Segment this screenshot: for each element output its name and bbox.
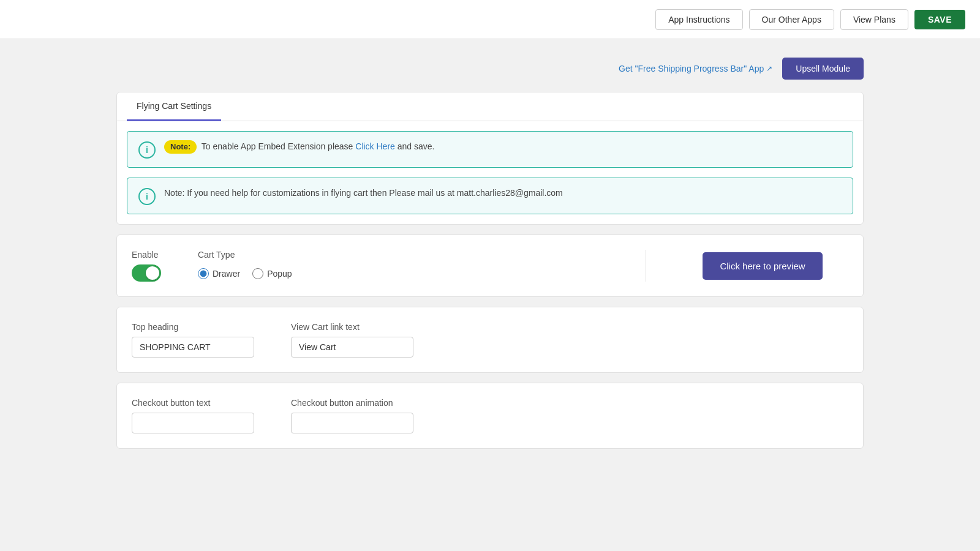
top-heading-field-group: Top heading: [132, 322, 254, 358]
enable-toggle-wrapper: [132, 264, 161, 282]
cart-type-radio-group: Drawer Popup: [198, 268, 292, 279]
top-action-row: Get "Free Shipping Progress Bar" App ↗ U…: [116, 58, 864, 80]
checkout-animation-field-group: Checkout button animation: [291, 398, 413, 433]
flying-cart-settings-card: Flying Cart Settings i Note: To enable A…: [116, 92, 864, 225]
checkout-button-text-field-group: Checkout button text: [132, 398, 254, 433]
notice-box-1: i Note: To enable App Embed Extension pl…: [127, 131, 853, 168]
notice-icon-2: i: [138, 188, 156, 205]
checkout-animation-label: Checkout button animation: [291, 398, 413, 408]
app-instructions-button[interactable]: App Instructions: [655, 9, 742, 30]
drawer-radio-label[interactable]: Drawer: [198, 268, 240, 279]
checkout-section: Checkout button text Checkout button ani…: [116, 383, 864, 449]
enable-label: Enable: [132, 250, 161, 260]
external-link-icon: ↗: [766, 64, 772, 73]
notice-badge: Note:: [164, 140, 197, 154]
checkout-animation-input[interactable]: [291, 413, 413, 433]
cart-type-label: Cart Type: [198, 250, 292, 260]
card-tabs: Flying Cart Settings: [117, 92, 863, 121]
free-shipping-link[interactable]: Get "Free Shipping Progress Bar" App ↗: [619, 64, 772, 73]
section-divider: [646, 250, 646, 282]
popup-radio-label[interactable]: Popup: [252, 268, 292, 279]
view-cart-label: View Cart link text: [291, 322, 413, 332]
top-heading-section: Top heading View Cart link text: [116, 307, 864, 373]
notice-text-1: Note: To enable App Embed Extension plea…: [164, 140, 434, 154]
enable-cart-section: Enable Cart Type Drawer: [116, 234, 864, 297]
checkout-row: Checkout button text Checkout button ani…: [132, 398, 848, 433]
upsell-module-button[interactable]: Upsell Module: [782, 58, 864, 80]
app-header: App Instructions Our Other Apps View Pla…: [0, 0, 980, 39]
flying-cart-settings-tab[interactable]: Flying Cart Settings: [127, 92, 221, 121]
notice-icon-1: i: [138, 141, 156, 159]
cart-type-field-group: Cart Type Drawer Popup: [198, 250, 292, 282]
popup-text: Popup: [267, 269, 292, 279]
settings-row: Enable Cart Type Drawer: [132, 250, 615, 282]
preview-area: Click here to preview: [677, 250, 848, 282]
main-content: Get "Free Shipping Progress Bar" App ↗ U…: [92, 39, 888, 477]
checkout-button-text-input[interactable]: [132, 413, 254, 433]
popup-radio[interactable]: [252, 268, 263, 279]
our-other-apps-button[interactable]: Our Other Apps: [749, 9, 834, 30]
notice-text-before: To enable App Embed Extension please: [202, 141, 355, 151]
checkout-button-text-label: Checkout button text: [132, 398, 254, 408]
notice-text-after: and save.: [398, 141, 435, 151]
notice-text-2: Note: If you need help for customization…: [164, 187, 563, 200]
drawer-text: Drawer: [213, 269, 240, 279]
heading-row: Top heading View Cart link text: [132, 322, 848, 358]
free-shipping-text: Get "Free Shipping Progress Bar" App: [619, 64, 764, 73]
click-here-link[interactable]: Click Here: [355, 141, 395, 151]
view-plans-button[interactable]: View Plans: [840, 9, 908, 30]
view-cart-field-group: View Cart link text: [291, 322, 413, 358]
preview-button[interactable]: Click here to preview: [703, 252, 822, 280]
drawer-radio[interactable]: [198, 268, 209, 279]
toggle-slider: [132, 264, 161, 282]
notice-box-2: i Note: If you need help for customizati…: [127, 178, 853, 214]
view-cart-input[interactable]: [291, 337, 413, 358]
enable-field-group: Enable: [132, 250, 161, 282]
top-heading-label: Top heading: [132, 322, 254, 332]
enable-toggle[interactable]: [132, 264, 161, 282]
top-heading-input[interactable]: [132, 337, 254, 358]
save-button[interactable]: SAVE: [914, 10, 965, 29]
